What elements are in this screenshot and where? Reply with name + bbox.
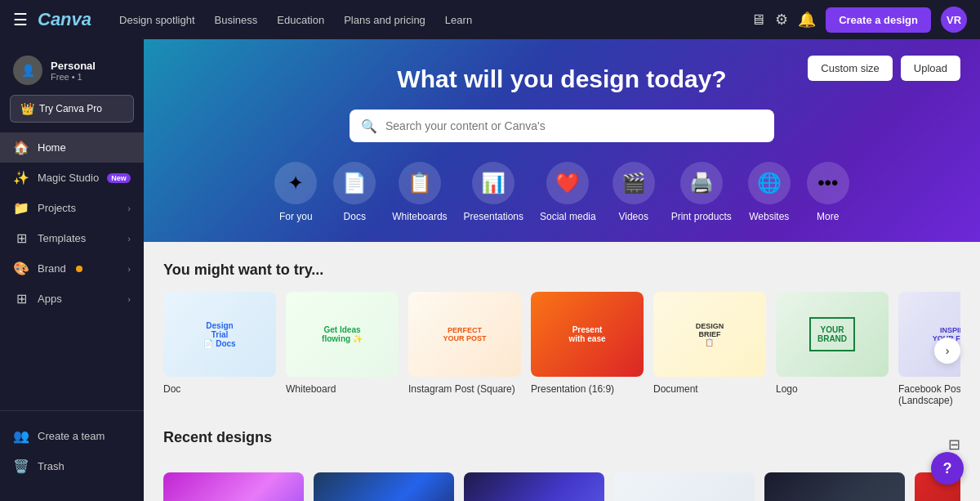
chevron-templates-icon: › xyxy=(127,234,131,244)
search-icon: 🔍 xyxy=(361,119,377,134)
recent-section-title: Recent designs xyxy=(163,429,272,446)
hero-categories: ✦ For you 📄 Docs 📋 Whiteboards 📊 Present… xyxy=(170,162,954,222)
recent-card-4[interactable]: 🖥️ screenshot Untitled Design 1920 x 128… xyxy=(764,472,905,501)
create-design-button[interactable]: Create a design xyxy=(826,7,931,33)
home-icon: 🏠 xyxy=(13,140,29,155)
sidebar-item-home[interactable]: 🏠 Home xyxy=(0,132,144,163)
try-section-title: You might want to try... xyxy=(163,262,960,279)
menu-plans-pricing[interactable]: Plans and pricing xyxy=(336,9,434,31)
videos-icon: 🎬 xyxy=(612,162,655,204)
recent-header: Recent designs ⊟ xyxy=(163,429,960,459)
docs-icon: 📄 xyxy=(333,162,376,204)
sidebar-item-trash[interactable]: 🗑️ Trash xyxy=(0,451,144,481)
sidebar-user-plan: Free • 1 xyxy=(51,72,96,82)
category-videos[interactable]: 🎬 Videos xyxy=(612,162,655,222)
menu-design-spotlight[interactable]: Design spotlight xyxy=(111,9,203,31)
templates-icon: ⊞ xyxy=(13,230,29,246)
try-cards-container: DesignTrial📄 Docs Doc Get Ideasflowing ✨… xyxy=(163,292,960,406)
canva-logo[interactable]: Canva xyxy=(38,9,91,30)
help-button[interactable]: ? xyxy=(931,452,964,485)
sidebar-item-brand[interactable]: 🎨 Brand › xyxy=(0,253,144,284)
sidebar-item-projects[interactable]: 📁 Projects › xyxy=(0,193,144,223)
avatar[interactable]: VR xyxy=(941,7,967,33)
whiteboards-icon: 📋 xyxy=(399,162,441,204)
hero-section: Custom size Upload What will you design … xyxy=(144,39,980,242)
try-card-presentation[interactable]: Presentwith ease Presentation (16:9) xyxy=(531,292,644,406)
apps-icon: ⊞ xyxy=(13,291,29,306)
sidebar: 👤 Personal Free • 1 👑 Try Canva Pro 🏠 Ho… xyxy=(0,39,144,501)
sidebar-templates-label: Templates xyxy=(38,232,86,244)
bell-icon[interactable]: 🔔 xyxy=(798,11,816,29)
projects-icon: 📁 xyxy=(13,200,29,216)
category-more[interactable]: ••• More xyxy=(807,162,849,222)
sidebar-user: 👤 Personal Free • 1 xyxy=(0,49,144,95)
presentations-icon: 📊 xyxy=(472,162,514,204)
try-card-document-label: Document xyxy=(653,383,766,395)
new-badge: New xyxy=(107,173,131,183)
category-label-presentations: Presentations xyxy=(464,211,523,222)
recent-card-img-1: Skyrocket your organictraffic with Surfe… xyxy=(314,472,454,501)
recent-card-img-2: 🖥️ web design xyxy=(464,472,604,501)
custom-size-button[interactable]: Custom size xyxy=(808,56,893,81)
category-label-whiteboards: Whiteboards xyxy=(392,211,447,222)
try-card-logo-img: YOURBRAND xyxy=(776,292,889,377)
recent-card-3[interactable]: Your personal AIfor all things work Unti… xyxy=(614,472,755,501)
sidebar-item-create-team[interactable]: 👥 Create a team xyxy=(0,421,144,451)
category-social-media[interactable]: ❤️ Social media xyxy=(540,162,596,222)
sidebar-trash-label: Trash xyxy=(38,460,65,472)
category-label-videos: Videos xyxy=(618,211,648,222)
recent-card-img-0: BULK ON-PAGEOPTIMIZATION xyxy=(163,472,304,501)
try-card-whiteboard[interactable]: Get Ideasflowing ✨ Whiteboard xyxy=(286,292,399,406)
category-label-websites: Websites xyxy=(749,211,789,222)
category-label-for-you: For you xyxy=(279,211,313,222)
sidebar-avatar[interactable]: 👤 xyxy=(13,56,42,85)
recent-card-2[interactable]: 🖥️ web design Untitled Design 1920 x 128… xyxy=(464,472,604,501)
recent-card-img-3: Your personal AIfor all things work xyxy=(614,472,755,501)
sidebar-item-templates[interactable]: ⊞ Templates › xyxy=(0,223,144,253)
try-card-doc[interactable]: DesignTrial📄 Docs Doc xyxy=(163,292,276,406)
top-menu: Design spotlight Business Education Plan… xyxy=(111,9,744,31)
search-input[interactable] xyxy=(350,110,774,142)
try-card-facebook-img: INSPIREYOUR FIELD xyxy=(898,292,960,377)
recent-section: Recent designs ⊟ BULK ON-PAGEOPTIMIZATIO… xyxy=(163,429,960,501)
hamburger-icon[interactable]: ☰ xyxy=(13,10,28,29)
try-next-button[interactable]: › xyxy=(934,338,960,364)
category-docs[interactable]: 📄 Docs xyxy=(333,162,376,222)
sidebar-apps-label: Apps xyxy=(38,293,62,305)
try-card-instagram-img: PERFECTYOUR POST xyxy=(408,292,521,377)
hero-actions: Custom size Upload xyxy=(808,56,960,81)
monitor-icon[interactable]: 🖥 xyxy=(751,11,765,29)
menu-learn[interactable]: Learn xyxy=(437,9,480,31)
try-canva-pro-button[interactable]: 👑 Try Canva Pro xyxy=(10,95,134,123)
try-card-doc-label: Doc xyxy=(163,383,276,395)
category-presentations[interactable]: 📊 Presentations xyxy=(464,162,523,222)
settings-icon[interactable]: ⚙ xyxy=(775,11,788,29)
try-card-logo[interactable]: YOURBRAND Logo xyxy=(776,292,889,406)
sidebar-bottom: 👥 Create a team 🗑️ Trash xyxy=(0,410,144,491)
for-you-icon: ✦ xyxy=(274,162,317,204)
recent-card-0[interactable]: BULK ON-PAGEOPTIMIZATION Keyword Researc… xyxy=(163,472,304,501)
top-navigation: ☰ Canva Design spotlight Business Educat… xyxy=(0,0,980,39)
recent-card-1[interactable]: Skyrocket your organictraffic with Surfe… xyxy=(314,472,454,501)
category-for-you[interactable]: ✦ For you xyxy=(274,162,317,222)
sidebar-item-magic-studio[interactable]: ✨ Magic Studio New xyxy=(0,163,144,193)
sidebar-magic-label: Magic Studio xyxy=(38,172,99,184)
magic-icon: ✨ xyxy=(13,170,29,186)
menu-education[interactable]: Education xyxy=(269,9,332,31)
category-print-products[interactable]: 🖨️ Print products xyxy=(671,162,732,222)
sidebar-brand-label: Brand xyxy=(38,262,66,275)
try-card-document[interactable]: DESIGNBRIEF📋 Document xyxy=(653,292,766,406)
menu-business[interactable]: Business xyxy=(207,9,266,31)
sidebar-projects-label: Projects xyxy=(38,202,76,214)
more-icon: ••• xyxy=(807,162,849,204)
view-toggle-button[interactable]: ⊟ xyxy=(948,436,960,454)
topnav-right: 🖥 ⚙ 🔔 Create a design VR xyxy=(751,7,967,33)
category-websites[interactable]: 🌐 Websites xyxy=(748,162,791,222)
try-card-instagram-label: Instagram Post (Square) xyxy=(408,383,521,395)
category-whiteboards[interactable]: 📋 Whiteboards xyxy=(392,162,447,222)
chevron-projects-icon: › xyxy=(127,204,131,213)
upload-button[interactable]: Upload xyxy=(901,56,960,81)
try-card-instagram[interactable]: PERFECTYOUR POST Instagram Post (Square) xyxy=(408,292,521,406)
sidebar-item-apps[interactable]: ⊞ Apps › xyxy=(0,284,144,314)
category-label-print-products: Print products xyxy=(671,211,732,222)
